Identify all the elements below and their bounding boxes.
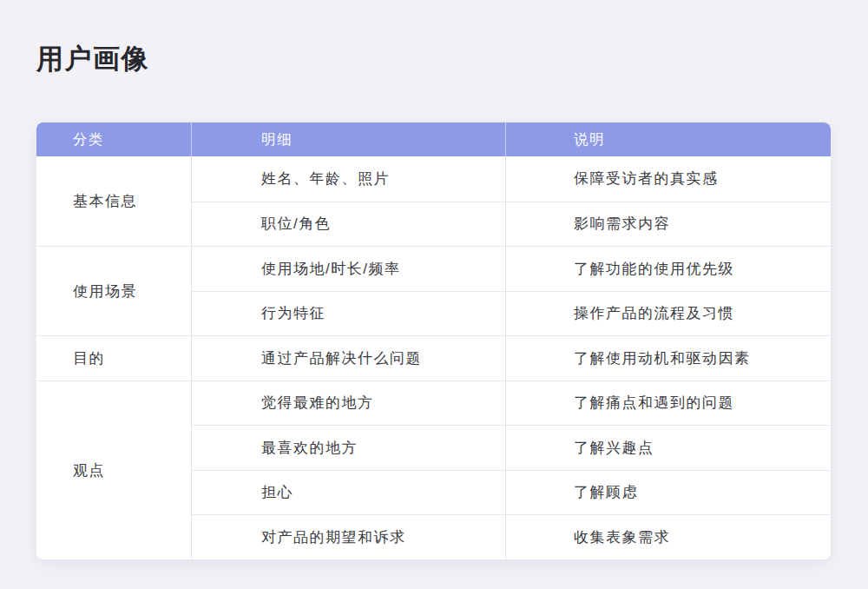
description-cell: 了解功能的使用优先级 xyxy=(506,246,831,291)
description-cell: 了解使用动机和驱动因素 xyxy=(506,335,831,381)
description-cell: 收集表象需求 xyxy=(506,514,831,559)
description-cell: 操作产品的流程及习惯 xyxy=(506,291,831,336)
category-cell-purpose: 目的 xyxy=(36,335,192,381)
column-header-description: 说明 xyxy=(506,122,831,156)
detail-cell: 担心 xyxy=(192,470,506,515)
category-cell-usage-scenario: 使用场景 xyxy=(36,246,192,335)
column-header-category: 分类 xyxy=(36,122,192,156)
page-title: 用户画像 xyxy=(36,43,149,75)
column-header-detail: 明细 xyxy=(192,122,506,156)
description-cell: 影响需求内容 xyxy=(506,202,831,247)
table-grid: 分类 明细 说明 基本信息 使用场景 目的 观点 姓名、年龄、照片 职位/角色 … xyxy=(36,122,831,559)
category-cell-viewpoint: 观点 xyxy=(36,381,192,559)
detail-cell: 使用场地/时长/频率 xyxy=(192,246,506,291)
user-persona-table: 分类 明细 说明 基本信息 使用场景 目的 观点 姓名、年龄、照片 职位/角色 … xyxy=(36,122,831,559)
detail-cell: 姓名、年龄、照片 xyxy=(192,156,506,202)
detail-cell: 职位/角色 xyxy=(192,202,506,247)
description-cell: 了解兴趣点 xyxy=(506,425,831,470)
page: 用户画像 分类 明细 说明 基本信息 使用场景 目的 观点 姓名、年龄、照片 职… xyxy=(0,0,868,589)
detail-cell: 行为特征 xyxy=(192,291,506,336)
description-cell: 了解痛点和遇到的问题 xyxy=(506,381,831,426)
detail-cell: 对产品的期望和诉求 xyxy=(192,514,506,559)
description-cell: 了解顾虑 xyxy=(506,470,831,515)
detail-cell: 通过产品解决什么问题 xyxy=(192,335,506,381)
detail-cell: 觉得最难的地方 xyxy=(192,381,506,426)
category-cell-basic-info: 基本信息 xyxy=(36,156,192,246)
detail-cell: 最喜欢的地方 xyxy=(192,425,506,470)
description-cell: 保障受访者的真实感 xyxy=(506,156,831,202)
